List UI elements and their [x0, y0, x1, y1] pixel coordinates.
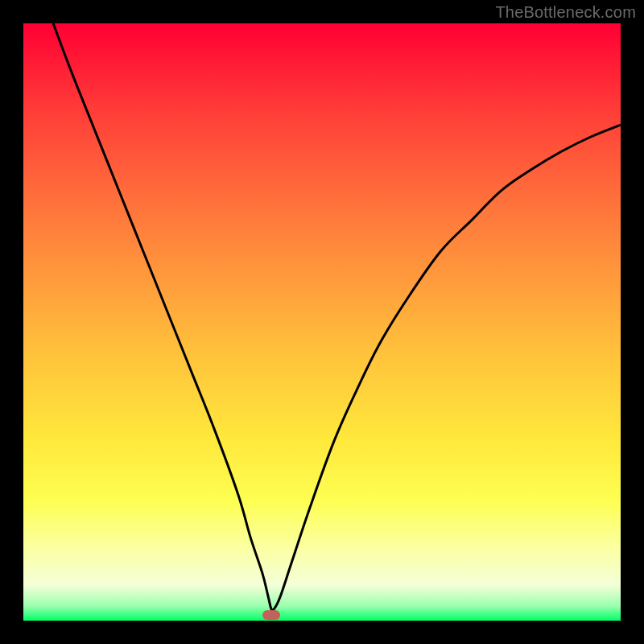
optimal-marker [262, 610, 280, 620]
plot-area [23, 23, 621, 621]
watermark-text: TheBottleneck.com [495, 3, 636, 22]
chart-frame: TheBottleneck.com [0, 0, 644, 644]
bottleneck-curve [23, 23, 621, 621]
